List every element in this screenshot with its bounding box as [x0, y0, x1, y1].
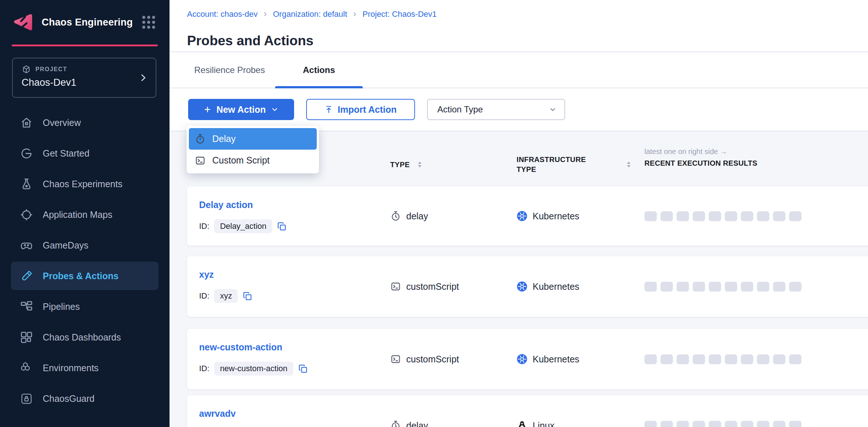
execution-result-placeholder — [773, 282, 785, 292]
chevron-right-icon — [352, 11, 358, 17]
chaos-logo-icon[interactable] — [12, 11, 35, 34]
execution-result-placeholder — [644, 211, 657, 221]
copy-icon[interactable] — [277, 222, 287, 231]
execution-result-placeholder — [725, 282, 737, 292]
id-label: ID: — [199, 364, 209, 373]
action-name-link[interactable]: Delay action — [199, 200, 253, 210]
execution-result-placeholder — [741, 282, 753, 292]
tab-resilience-probes[interactable]: Resilience Probes — [190, 52, 269, 88]
infrastructure-cell: Linux — [517, 395, 555, 427]
infrastructure-value: Linux — [533, 420, 555, 427]
sidebar: Chaos Engineering PROJECT Chaos-Dev1 — [0, 0, 170, 427]
execution-result-placeholder — [757, 421, 769, 427]
import-action-button[interactable]: Import Action — [306, 99, 415, 120]
new-action-button[interactable]: New Action — [188, 99, 294, 120]
execution-result-placeholder — [693, 421, 705, 427]
kubernetes-icon — [517, 211, 528, 222]
breadcrumb-account-link[interactable]: Account: chaos-dev — [187, 9, 258, 19]
column-header-recent-executions: latest one on right side → RECENT EXECUT… — [644, 147, 757, 168]
page-title: Probes and Actions — [187, 33, 313, 49]
dropdown-item-label: Delay — [212, 134, 236, 144]
lock-icon — [20, 392, 33, 405]
actions-table: TYPE INFRASTRUCTURE TYPE latest one on r… — [170, 131, 868, 427]
infrastructure-cell: Kubernetes — [517, 256, 579, 317]
type-value: delay — [406, 211, 428, 222]
execution-result-placeholder — [660, 421, 673, 427]
stopwatch-icon — [195, 134, 206, 145]
sidebar-item-chaos-experiments[interactable]: Chaos Experiments — [11, 170, 159, 198]
module-grid-icon[interactable] — [140, 14, 157, 31]
project-selector[interactable]: PROJECT Chaos-Dev1 — [12, 58, 156, 98]
infrastructure-header-label: INFRASTRUCTURE TYPE — [517, 155, 586, 174]
infrastructure-cell: Kubernetes — [517, 329, 579, 389]
chevron-down-icon — [548, 105, 557, 114]
execution-result-placeholder — [757, 282, 769, 292]
pipelines-icon — [20, 300, 33, 313]
action-row: new-custom-action ID: new-custom-action … — [187, 329, 868, 389]
dropdown-item-delay[interactable]: Delay — [189, 128, 317, 150]
dropdown-item-label: Custom Script — [212, 155, 270, 166]
type-cell: customScript — [390, 256, 459, 317]
execution-result-placeholder — [725, 354, 737, 364]
terminal-icon — [195, 155, 206, 166]
tab-actions[interactable]: Actions — [275, 52, 363, 88]
sidebar-item-label: ChaosGuard — [43, 393, 95, 404]
copy-icon[interactable] — [298, 364, 308, 374]
get-started-icon — [20, 147, 33, 160]
action-name-link[interactable]: awrvadv — [199, 408, 236, 419]
execution-result-placeholder — [773, 421, 785, 427]
stopwatch-icon — [390, 420, 401, 427]
copy-icon[interactable] — [243, 291, 252, 301]
breadcrumb-project-link[interactable]: Project: Chaos-Dev1 — [362, 9, 437, 19]
chevron-right-icon — [138, 73, 148, 83]
action-name-link[interactable]: new-custom-action — [199, 342, 282, 353]
sort-icon[interactable] — [415, 160, 425, 169]
type-value: customScript — [406, 281, 459, 292]
sidebar-item-application-maps[interactable]: Application Maps — [11, 200, 159, 229]
action-name-link[interactable]: xyz — [199, 269, 214, 280]
sidebar-item-chaos-dashboards[interactable]: Chaos Dashboards — [11, 323, 159, 351]
sort-icon[interactable] — [624, 160, 633, 169]
action-type-label: Action Type — [437, 104, 483, 115]
sidebar-item-label: GameDays — [43, 240, 88, 251]
sidebar-item-label: Probes & Actions — [43, 271, 118, 281]
execution-result-placeholder — [693, 282, 705, 292]
sidebar-item-pipelines[interactable]: Pipelines — [11, 292, 159, 321]
action-type-select[interactable]: Action Type — [427, 99, 565, 120]
sidebar-item-get-started[interactable]: Get Started — [11, 139, 159, 168]
execution-result-placeholder — [677, 421, 689, 427]
recent-executions-cell — [644, 329, 802, 389]
execution-result-placeholder — [709, 211, 721, 221]
id-value: xyz — [214, 289, 238, 303]
dropdown-item-custom-script[interactable]: Custom Script — [189, 150, 317, 171]
sidebar-item-gamedays[interactable]: GameDays — [11, 231, 159, 259]
column-header-infrastructure-type: INFRASTRUCTURE TYPE — [517, 155, 583, 174]
type-value: delay — [406, 420, 428, 427]
execution-result-placeholder — [660, 211, 673, 221]
sidebar-item-overview[interactable]: Overview — [11, 108, 159, 137]
action-row: Delay action ID: Delay_action delay Kube… — [187, 186, 868, 246]
breadcrumb-organization-link[interactable]: Organization: default — [273, 9, 347, 19]
recent-executions-cell — [644, 256, 802, 317]
tabs-bar: Resilience Probes Actions — [170, 52, 868, 88]
hexagons-icon — [20, 361, 33, 375]
execution-result-placeholder — [644, 354, 657, 364]
sidebar-item-environments[interactable]: Environments — [11, 354, 159, 382]
execution-result-placeholder — [693, 211, 705, 221]
infrastructure-cell: Kubernetes — [517, 186, 579, 246]
execution-result-placeholder — [725, 421, 737, 427]
sidebar-item-chaosguard[interactable]: ChaosGuard — [11, 384, 159, 413]
execution-result-placeholder — [773, 211, 785, 221]
plus-icon — [203, 105, 212, 114]
cube-icon — [22, 65, 31, 74]
sidebar-nav: Overview Get Started Chaos Experiments A… — [0, 106, 170, 413]
recent-executions-note: latest one on right side → — [644, 147, 757, 156]
sidebar-item-probes-actions[interactable]: Probes & Actions — [11, 262, 159, 290]
sidebar-item-label: Chaos Dashboards — [43, 332, 121, 343]
execution-result-placeholder — [677, 282, 689, 292]
project-label: PROJECT — [35, 66, 67, 73]
infrastructure-value: Kubernetes — [533, 354, 579, 365]
infrastructure-value: Kubernetes — [533, 211, 579, 222]
type-cell: delay — [390, 395, 428, 427]
action-id-row: ID: new-custom-action — [199, 362, 308, 376]
